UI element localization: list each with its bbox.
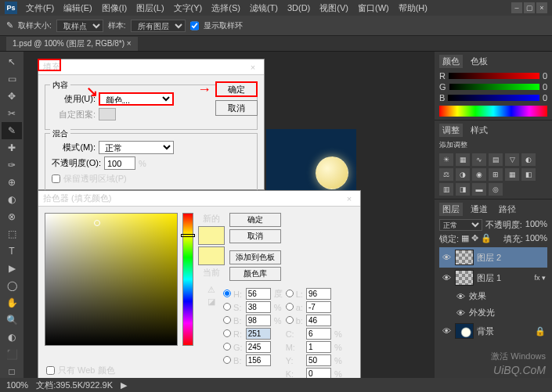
vibrance-icon[interactable]: ▽ [505,153,519,166]
sample-size-select[interactable]: 取样点 [56,20,103,32]
curves-icon[interactable]: ∿ [472,153,486,166]
preserve-transparency-checkbox[interactable] [52,172,60,185]
history-brush-tool[interactable]: ◐ [2,191,22,208]
maximize-icon[interactable]: ▢ [524,2,535,13]
marquee-tool[interactable]: ▭ [2,70,22,88]
brush-tool[interactable]: ✑ [2,156,22,174]
exposure-icon[interactable]: ▤ [489,153,503,166]
layer-name[interactable]: 图层 1 [477,272,501,284]
visibility-icon[interactable]: 👁 [441,273,452,282]
b-slider[interactable] [448,95,539,101]
hue-slider[interactable] [182,213,193,346]
tab-paths[interactable]: 路径 [496,203,519,216]
tab-layers[interactable]: 图层 [439,203,463,216]
bv-radio[interactable] [223,316,231,324]
picker-ok-button[interactable]: 确定 [229,213,281,227]
document-tab[interactable]: 1.psd @ 100% (图层 2, RGB/8*) × [6,37,138,51]
shape-tool[interactable]: ◯ [2,277,22,294]
lab-b-input[interactable] [306,315,331,326]
menu-help[interactable]: 帮助(H) [395,1,431,16]
lock-all-icon[interactable]: 🔒 [481,233,492,245]
h-radio[interactable] [223,290,231,297]
lock-pixels-icon[interactable]: ▦ [461,233,469,245]
fg-color-swatch[interactable]: ⬛ [2,346,22,363]
color-balance-icon[interactable]: ⚖ [439,168,453,181]
layer-thumbnail[interactable] [455,270,474,286]
gradient-tool[interactable]: ⬚ [2,225,22,243]
c-input[interactable] [306,328,331,340]
menu-image[interactable]: 图像(I) [98,1,131,16]
bw-icon[interactable]: ◑ [456,168,470,181]
hue-sat-icon[interactable]: ◐ [521,153,536,166]
l-radio[interactable] [286,290,294,297]
ok-button[interactable]: 确定 [215,81,258,97]
levels-icon[interactable]: ▦ [456,153,470,166]
layer-row[interactable]: 👁 图层 2 [439,247,547,268]
spectrum-bar[interactable] [439,106,547,117]
s-input[interactable] [246,301,271,313]
g-radio[interactable] [223,343,231,351]
brightness-icon[interactable]: ☀ [439,153,453,166]
warning-icon[interactable]: ⚠ [207,285,215,295]
l-input[interactable] [306,288,331,300]
fill-value[interactable]: 100% [525,233,547,245]
gradient-map-icon[interactable]: ▬ [472,183,486,196]
layer-row[interactable]: 👁 背景 🔒 [439,321,547,341]
selective-color-icon[interactable]: ◎ [489,183,503,196]
healing-tool[interactable]: ✚ [2,139,22,156]
lock-position-icon[interactable]: ✥ [471,233,478,245]
chevron-right-icon[interactable]: ▶ [121,380,127,390]
zoom-tool[interactable]: 🔍 [2,311,22,329]
layer-thumbnail[interactable] [455,323,474,339]
b-radio[interactable] [286,316,294,324]
r-input[interactable] [246,328,271,340]
tab-adjustments[interactable]: 调整 [439,124,463,137]
picker-cancel-button[interactable]: 取消 [229,229,281,243]
path-tool[interactable]: ▶ [2,260,22,277]
posterize-icon[interactable]: ▥ [439,183,453,196]
threshold-icon[interactable]: ◨ [456,183,470,196]
blend-mode-select[interactable]: 正常 [439,219,482,231]
menu-layer[interactable]: 图层(L) [132,1,168,16]
mode-select[interactable]: 正常 [99,141,174,154]
eyedropper-tool[interactable]: ✎ [2,122,22,139]
color-libs-button[interactable]: 颜色库 [229,267,281,281]
layer-name[interactable]: 图层 2 [477,252,501,264]
sample-select[interactable]: 所有图层 [131,20,186,32]
visibility-icon[interactable]: 👁 [455,292,466,301]
fx-badge[interactable]: fx ▾ [534,274,546,282]
a-input[interactable] [306,301,331,313]
lookup-icon[interactable]: ▦ [505,168,519,181]
crop-tool[interactable]: ✂ [2,105,22,122]
cube-icon[interactable]: ◪ [207,297,215,307]
menu-3d[interactable]: 3D(D) [283,2,314,14]
bv-input[interactable] [246,315,271,326]
type-tool[interactable]: T [2,243,22,260]
b2-radio[interactable] [223,356,231,364]
zoom-level[interactable]: 100% [6,380,28,390]
menu-view[interactable]: 视图(V) [316,1,352,16]
layer-thumbnail[interactable] [455,250,474,265]
layer-effect-row[interactable]: 👁 效果 [439,288,547,304]
add-swatch-button[interactable]: 添加到色板 [229,250,281,264]
move-tool[interactable]: ↖ [2,53,22,70]
g-input[interactable] [246,341,271,353]
show-ring-checkbox[interactable] [190,20,199,32]
opacity-value[interactable]: 100% [525,219,547,231]
b-input[interactable] [246,354,271,366]
menu-window[interactable]: 窗口(W) [354,1,393,16]
tab-channels[interactable]: 通道 [467,203,491,216]
cancel-button[interactable]: 取消 [215,100,258,116]
web-only-checkbox[interactable] [46,366,55,375]
visibility-icon[interactable]: 👁 [441,326,452,336]
y-input[interactable] [306,354,331,366]
m-input[interactable] [306,341,331,353]
menu-file[interactable]: 文件(F) [22,1,58,16]
minimize-icon[interactable]: – [511,2,522,13]
hand-tool[interactable]: ✋ [2,294,22,311]
menu-filter[interactable]: 滤镜(T) [246,1,282,16]
a-radio[interactable] [286,303,294,311]
menu-select[interactable]: 选择(S) [207,1,244,16]
close-window-icon[interactable]: × [536,2,547,13]
fg-bg-swap-icon[interactable]: ◐ [2,329,22,346]
